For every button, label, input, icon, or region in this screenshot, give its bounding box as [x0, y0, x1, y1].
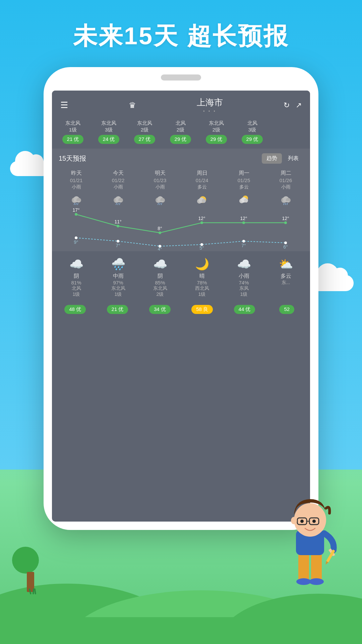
- top-bar: ☰ ♛ 上海市 • • • ↻ ↗: [52, 91, 310, 117]
- svg-rect-63: [0, 617, 362, 644]
- bottom-desc-5: 多云: [281, 273, 291, 280]
- bottom-col-5: ⛅ 多云 东...: [265, 257, 307, 298]
- bottom-aqi-row: 48 优 21 优 34 优 58 良 44 优 52: [52, 300, 310, 319]
- aqi-item-5: 北风3级 29 优: [236, 120, 268, 144]
- svg-rect-32: [283, 201, 289, 202]
- bottom-aqi-badge-1: 21 优: [107, 305, 128, 314]
- bottom-desc-1: 中雨: [113, 273, 124, 280]
- svg-point-28: [244, 199, 248, 203]
- svg-line-12: [118, 203, 118, 205]
- bottom-desc-3: 晴: [199, 273, 205, 280]
- svg-rect-64: [298, 552, 309, 582]
- svg-point-38: [159, 231, 161, 234]
- refresh-icon[interactable]: ↻: [284, 101, 290, 110]
- bottom-aqi-badge-5: 52: [279, 305, 294, 314]
- svg-point-67: [309, 578, 324, 585]
- aqi-badge-5: 29 优: [242, 135, 263, 144]
- day-name-3: 周日: [197, 170, 207, 177]
- page-heading: 未来15天 超长预报: [0, 20, 362, 52]
- aqi-badge-0: 21 优: [62, 135, 84, 144]
- crown-icon[interactable]: ♛: [129, 101, 136, 110]
- day-weather-2: 小雨: [156, 184, 165, 190]
- share-icon[interactable]: ↗: [296, 101, 302, 110]
- svg-line-13: [119, 203, 120, 205]
- city-name: 上海市: [197, 97, 223, 108]
- day-col-5: 周二 01/26 小雨: [265, 170, 307, 190]
- day-name-1: 今天: [113, 170, 124, 177]
- svg-text:4°: 4°: [158, 247, 162, 251]
- bottom-wind-0: 北风1级: [72, 285, 81, 298]
- bottom-percent-4: 74%: [239, 280, 249, 285]
- bottom-aqi-badge-2: 34 优: [149, 305, 171, 314]
- aqi-badge-2: 27 优: [134, 135, 156, 144]
- wind-label-4: 东北风2级: [209, 120, 224, 133]
- aqi-badge-1: 24 优: [98, 135, 120, 144]
- bottom-aqi-item-0: 48 优: [55, 303, 95, 314]
- bottom-col-4: ☁️ 小雨 74% 东风1级: [223, 257, 265, 298]
- grass-patch: [30, 588, 36, 594]
- top-icons: ↻ ↗: [284, 101, 302, 110]
- day-weather-4: 多云: [239, 184, 249, 190]
- wind-label-3: 北风2级: [176, 120, 186, 133]
- bottom-weather-icon-5: ⛅: [279, 257, 293, 271]
- forecast-section: 15天预报 趋势 列表 昨天 01/21 小雨 今天 01/22 小雨: [52, 149, 310, 251]
- day-weather-3: 多云: [197, 184, 207, 190]
- day-col-4: 周一 01/25 多云: [223, 170, 265, 190]
- svg-point-46: [242, 240, 245, 243]
- svg-line-4: [74, 203, 75, 205]
- day-weather-0: 小雨: [72, 184, 81, 190]
- day-col-1: 今天 01/22 小雨: [97, 170, 139, 190]
- day-weather-5: 小雨: [281, 184, 291, 190]
- bottom-section: ☁️ 阴 81% 北风1级 🌧️ 中雨 97% 东北风1级 ☁️ 阴 85% 东…: [52, 253, 310, 319]
- tab-trend[interactable]: 趋势: [262, 153, 282, 164]
- svg-rect-10: [115, 201, 122, 202]
- bottom-aqi-item-2: 34 优: [140, 303, 180, 314]
- day-date-3: 01/24: [196, 177, 208, 183]
- tab-list[interactable]: 列表: [283, 153, 303, 164]
- day-col-0: 昨天 01/21 小雨: [55, 170, 97, 190]
- svg-line-33: [284, 203, 284, 205]
- weather-icon-4: [223, 194, 265, 206]
- day-name-2: 明天: [155, 170, 166, 177]
- bottom-wind-5: 东...: [282, 280, 290, 286]
- menu-icon[interactable]: ☰: [60, 100, 68, 110]
- svg-text:8°: 8°: [158, 226, 162, 231]
- temp-chart-svg: 17° 11° 8° 12° 12° 12° 9° 7° 4° 5° 7° 6°: [55, 208, 307, 251]
- weather-icon-1: [97, 194, 139, 206]
- character: [277, 490, 344, 597]
- bottom-col-0: ☁️ 阴 81% 北风1级: [55, 257, 97, 298]
- svg-text:12°: 12°: [198, 216, 205, 221]
- svg-text:6°: 6°: [283, 244, 288, 250]
- bottom-percent-1: 97%: [113, 280, 123, 285]
- day-name-5: 周二: [281, 170, 291, 177]
- bottom-weather-icon-3: 🌙: [195, 257, 209, 271]
- bottom-aqi-item-1: 21 优: [98, 303, 137, 314]
- weather-icon-0: [55, 194, 97, 206]
- wind-label-5: 北风3级: [247, 120, 257, 133]
- weather-icons-row: [52, 192, 310, 208]
- svg-point-73: [300, 520, 304, 523]
- svg-point-66: [296, 578, 311, 585]
- svg-text:12°: 12°: [282, 216, 289, 221]
- bottom-aqi-item-4: 44 优: [225, 303, 264, 314]
- wind-label-0: 东北风1级: [65, 120, 80, 133]
- svg-line-35: [287, 203, 288, 205]
- bottom-weather-icon-4: ☁️: [237, 257, 251, 271]
- wind-label-2: 东北风2级: [137, 120, 152, 133]
- svg-rect-17: [157, 201, 164, 202]
- bottom-icons-row: ☁️ 阴 81% 北风1级 🌧️ 中雨 97% 东北风1级 ☁️ 阴 85% 东…: [52, 253, 310, 300]
- aqi-item-0: 东北风1级 21 优: [57, 120, 89, 144]
- svg-line-34: [285, 203, 286, 205]
- svg-line-18: [158, 203, 159, 205]
- bottom-percent-3: 78%: [197, 280, 207, 285]
- svg-text:9°: 9°: [74, 239, 78, 245]
- city-center: 上海市 • • •: [197, 97, 223, 114]
- aqi-badge-3: 29 优: [170, 135, 191, 144]
- bottom-aqi-item-3: 58 良: [182, 303, 222, 314]
- svg-point-75: [291, 517, 297, 524]
- svg-point-69: [294, 503, 326, 537]
- svg-point-47: [284, 241, 287, 244]
- aqi-item-3: 北风2级 29 优: [165, 120, 196, 144]
- bottom-col-2: ☁️ 阴 85% 东北风2级: [139, 257, 181, 298]
- day-date-1: 01/22: [112, 177, 125, 183]
